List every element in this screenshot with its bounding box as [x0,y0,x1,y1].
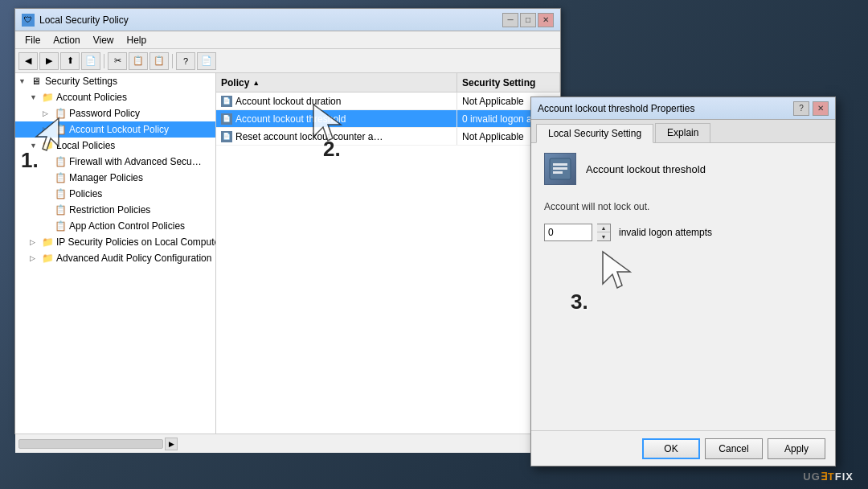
policy-cell-icon: 📄 [221,96,232,107]
expand-icon: ▷ [43,125,54,134]
tree-item-security-settings[interactable]: ▼ 🖥 Security Settings [15,73,215,89]
menu-file[interactable]: File [18,33,47,47]
menu-view[interactable]: View [87,33,121,47]
list-row[interactable]: 📄 Account lockout duration Not Applicabl… [216,92,560,110]
policy-icon: 📋 [54,203,67,216]
ok-button[interactable]: OK [642,438,700,459]
cell-policy-name: 📄 Reset account lockout counter a… [216,128,457,145]
col-security-setting[interactable]: Security Setting [457,73,560,92]
policy-cell-icon: 📄 [221,131,232,142]
policy-name-label: Account lockout threshold [586,163,706,175]
spin-up-btn[interactable]: ▲ [597,224,610,232]
toolbar-sep-2 [172,54,173,68]
expand-icon: ▼ [30,93,41,101]
tree-item-policies[interactable]: 📋 Policies [15,186,215,202]
paste-btn[interactable]: 📋 [149,52,169,70]
dialog-title-text: Account lockout threshold Properties [538,103,694,114]
lockout-threshold-input[interactable] [544,224,592,241]
policy-icon: 📋 [54,187,67,200]
col-policy[interactable]: Policy ▲ [216,73,457,92]
tree-label: App Action Control Policies [69,220,185,232]
export-btn[interactable]: 📄 [197,52,216,70]
policy-icon-large [544,153,576,185]
expand-icon: ▷ [30,238,41,246]
cell-policy-name: 📄 Account lockout threshold [216,110,457,127]
menu-help[interactable]: Help [121,33,154,47]
toolbar-sep-1 [104,54,104,68]
tree-item-local-policies[interactable]: ▼ 📁 Local Policies [15,138,215,154]
menu-action[interactable]: Action [47,33,86,47]
tree-label: Security Settings [45,76,117,87]
expand-icon: ▷ [43,109,54,117]
forward-btn[interactable]: ▶ [39,52,59,70]
up-btn[interactable]: ⬆ [60,52,80,70]
list-row[interactable]: 📄 Account lockout threshold 0 invalid lo… [216,110,560,128]
tree-item-firewall[interactable]: 📋 Firewall with Advanced Secu… [15,154,215,170]
cell-policy-name: 📄 Account lockout duration [216,92,457,109]
tree-panel: ▼ 🖥 Security Settings ▼ 📁 Account Polici… [15,73,216,434]
title-controls: ─ □ ✕ [502,13,554,27]
tree-label: Manager Policies [69,172,143,183]
policy-icon: 📋 [54,220,67,232]
minimize-btn[interactable]: ─ [502,13,518,27]
apply-button[interactable]: Apply [768,438,825,459]
dialog-title-left: Account lockout threshold Properties [538,103,694,114]
back-btn[interactable]: ◀ [18,52,38,70]
close-btn[interactable]: ✕ [538,13,554,27]
main-window: 🛡 Local Security Policy ─ □ ✕ File Actio… [14,8,561,434]
watermark-fix: FIX [835,471,854,483]
title-bar-left: 🛡 Local Security Policy [22,14,129,27]
toolbar: ◀ ▶ ⬆ 📄 ✂ 📋 📋 ? 📄 [15,49,560,73]
policy-description: Account will not lock out. [544,201,822,212]
window-title: Local Security Policy [39,14,129,26]
cut-btn[interactable]: ✂ [108,52,127,70]
watermark: UG∃TFIX [803,471,854,483]
dialog-content: Account lockout threshold Account will n… [531,143,835,257]
tree-item-password-policy[interactable]: ▷ 📋 Password Policy [15,105,215,121]
show-hide-btn[interactable]: 📄 [81,52,100,70]
tree-item-account-policies[interactable]: ▼ 📁 Account Policies [15,89,215,105]
tree-label: IP Security Policies on Local Compute… [56,236,216,248]
tree-item-ip-security[interactable]: ▷ 📁 IP Security Policies on Local Comput… [15,234,215,250]
input-row: ▲ ▼ invalid logon attempts [544,224,822,241]
status-bar: ▶ [15,434,560,453]
expand-icon: ▷ [30,254,41,262]
dialog-footer: OK Cancel Apply [531,430,835,466]
input-label: invalid logon attempts [619,227,712,238]
expand-icon: ▼ [30,142,41,150]
folder-icon: 📁 [41,139,54,152]
maximize-btn[interactable]: □ [520,13,536,27]
tree-label: Restriction Policies [69,204,150,216]
dialog-title-bar: Account lockout threshold Properties ? ✕ [531,97,835,120]
policy-icon: 📋 [54,155,67,168]
policy-icon: 📋 [54,171,67,184]
copy-btn[interactable]: 📋 [129,52,148,70]
tree-label: Firewall with Advanced Secu… [69,156,202,167]
spin-down-btn[interactable]: ▼ [597,232,610,240]
tree-item-account-lockout-policy[interactable]: ▷ 📋 Account Lockout Policy [15,121,215,138]
watermark-et: ∃T [821,471,835,483]
tree-label: Password Policy [69,108,140,119]
tree-item-manager-policies[interactable]: 📋 Manager Policies [15,170,215,186]
svg-rect-3 [553,171,563,174]
tab-local-security-setting[interactable]: Local Security Setting [536,124,653,143]
tree-item-restriction-policies[interactable]: 📋 Restriction Policies [15,202,215,218]
right-panel: Policy ▲ Security Setting 📄 Account lock… [216,73,560,434]
scroll-right-btn[interactable]: ▶ [165,438,178,450]
help-btn[interactable]: ? [176,52,195,70]
list-row[interactable]: 📄 Reset account lockout counter a… Not A… [216,128,560,146]
tab-explain[interactable]: Explain [655,123,710,142]
list-body: 📄 Account lockout duration Not Applicabl… [216,92,560,434]
dialog-tabs: Local Security Setting Explain [531,120,835,143]
cancel-button[interactable]: Cancel [705,438,763,459]
folder-icon: 📁 [41,252,54,265]
policy-icon: 📋 [54,123,67,136]
root-icon: 🖥 [30,75,43,88]
dialog-help-btn[interactable]: ? [793,101,809,116]
policy-cell-icon: 📄 [221,113,232,125]
dialog-close-btn[interactable]: ✕ [813,101,829,116]
tree-item-advanced-audit[interactable]: ▷ 📁 Advanced Audit Policy Configuration [15,250,215,266]
tree-label: Account Lockout Policy [69,124,169,135]
tree-item-app-policies[interactable]: 📋 App Action Control Policies [15,218,215,234]
horizontal-scrollbar[interactable] [18,439,163,449]
